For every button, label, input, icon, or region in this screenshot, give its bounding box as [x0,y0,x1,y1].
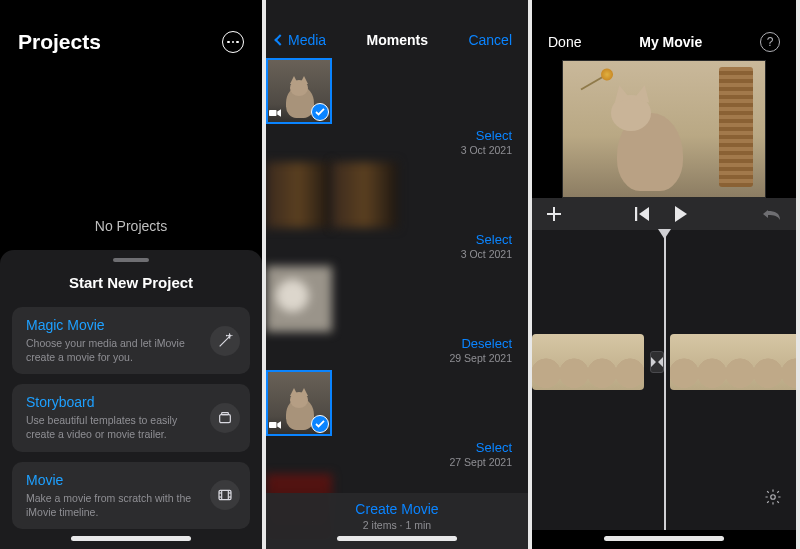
cancel-button[interactable]: Cancel [468,32,512,48]
svg-point-14 [771,495,776,500]
timeline[interactable] [532,230,796,530]
project-type-movie[interactable]: Movie Make a movie from scratch with the… [12,462,250,529]
svg-rect-0 [220,415,231,423]
moment-date: 29 Sept 2021 [450,352,512,364]
project-type-title: Magic Movie [26,317,204,333]
moment-group: Select 3 Oct 2021 [266,162,528,262]
svg-rect-1 [222,413,229,415]
moment-group: Deselect 29 Sept 2021 [266,266,528,366]
help-icon: ? [767,35,774,49]
media-thumbnail[interactable] [332,162,398,228]
video-icon [269,103,281,121]
clip-frame [616,334,644,390]
moment-select-button[interactable]: Select [461,232,512,247]
clip-frame [588,334,616,390]
svg-rect-10 [269,422,277,428]
clip-frame [726,334,754,390]
go-to-start-button[interactable] [635,207,651,221]
clip-frame [532,334,560,390]
nav-bar: Media Moments Cancel [266,0,528,58]
project-type-subtitle: Choose your media and let iMovie create … [26,336,204,364]
video-clip[interactable] [670,334,796,390]
svg-rect-13 [635,207,637,221]
chevron-left-icon [274,34,285,45]
new-project-sheet: Start New Project Magic Movie Choose you… [0,250,262,549]
home-indicator[interactable] [337,536,457,541]
home-indicator[interactable] [604,536,724,541]
media-thumbnail[interactable] [266,370,332,436]
magic-wand-icon [210,326,240,356]
moment-date: 3 Oct 2021 [461,248,512,260]
nav-bar: Done My Movie ? [532,0,796,60]
video-preview[interactable] [562,60,766,198]
media-picker-screen: Media Moments Cancel Select 3 Oct 2021 [266,0,528,549]
moment-deselect-button[interactable]: Deselect [450,336,512,351]
media-thumbnail[interactable] [266,266,332,332]
film-icon [210,480,240,510]
page-title: Moments [367,32,428,48]
help-button[interactable]: ? [760,32,780,52]
ellipsis-icon [227,41,239,44]
moment-group: Select 27 Sept 2021 [266,370,528,470]
moment-select-button[interactable]: Select [450,440,512,455]
moment-group: Select 3 Oct 2021 [266,58,528,158]
clip-frame [754,334,782,390]
clip-track [532,334,796,390]
back-label: Media [288,32,326,48]
selected-checkmark-icon [311,415,329,433]
svg-rect-12 [547,213,561,215]
play-button[interactable] [673,206,689,222]
clip-frame [698,334,726,390]
project-type-storyboard[interactable]: Storyboard Use beautiful templates to ea… [12,384,250,451]
media-thumbnail[interactable] [266,162,332,228]
transition-button[interactable] [650,351,664,373]
project-type-title: Storyboard [26,394,204,410]
done-button[interactable]: Done [548,34,581,50]
project-type-subtitle: Use beautiful templates to easily create… [26,413,204,441]
moments-list: Select 3 Oct 2021 Select 3 Oct 2021 [266,58,528,549]
media-thumbnail[interactable] [266,58,332,124]
sheet-title: Start New Project [12,274,250,291]
clip-frame [670,334,698,390]
project-type-subtitle: Make a movie from scratch with the iMovi… [26,491,204,519]
project-title: My Movie [639,34,702,50]
undo-button[interactable] [762,207,782,221]
moment-select-button[interactable]: Select [461,128,512,143]
moment-date: 27 Sept 2021 [450,456,512,468]
page-title: Projects [18,30,101,54]
settings-button[interactable] [764,488,782,510]
video-clip[interactable] [532,334,644,390]
create-movie-button[interactable]: Create Movie [266,501,528,517]
video-icon [269,415,281,433]
svg-rect-2 [219,491,231,500]
footer-bar: Create Movie 2 items · 1 min [266,493,528,549]
clip-frame [782,334,796,390]
moment-date: 3 Oct 2021 [461,144,512,156]
back-button[interactable]: Media [276,32,326,48]
clip-frame [560,334,588,390]
transport-bar [532,198,796,230]
project-type-title: Movie [26,472,204,488]
footer-subtitle: 2 items · 1 min [266,519,528,531]
projects-screen: Projects No Projects Start New Project M… [0,0,262,549]
sheet-grabber[interactable] [113,258,149,262]
more-options-button[interactable] [222,31,244,53]
editor-screen: Done My Movie ? [532,0,796,549]
svg-rect-9 [269,110,277,116]
empty-state-label: No Projects [0,218,262,234]
project-type-magic-movie[interactable]: Magic Movie Choose your media and let iM… [12,307,250,374]
add-media-button[interactable] [546,206,562,222]
home-indicator[interactable] [71,536,191,541]
storyboard-icon [210,403,240,433]
selected-checkmark-icon [311,103,329,121]
